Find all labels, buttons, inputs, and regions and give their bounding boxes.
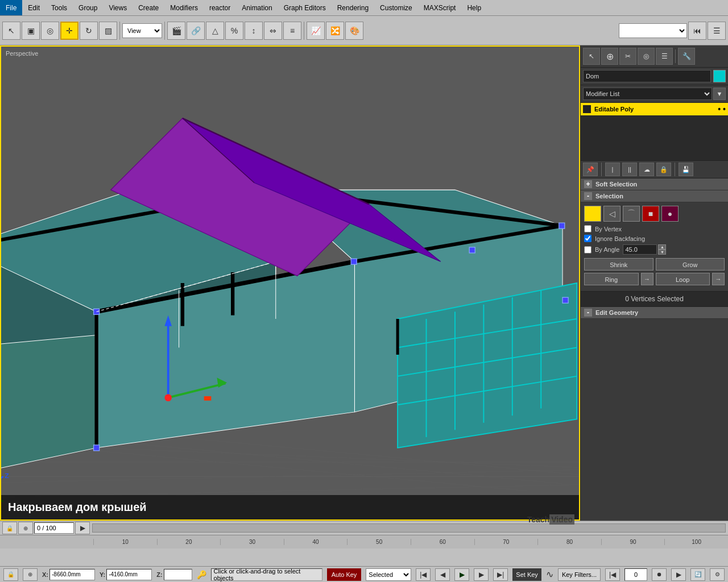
element-sel-btn[interactable]: ●: [661, 206, 679, 222]
timeline-track[interactable]: [92, 523, 726, 533]
percent-snap-btn[interactable]: %: [225, 22, 243, 40]
by-vertex-checkbox[interactable]: [584, 225, 592, 232]
shrink-btn[interactable]: Shrink: [584, 258, 653, 271]
timeline-position-input[interactable]: [34, 522, 74, 534]
selected-dropdown[interactable]: Selected: [366, 568, 411, 581]
circle-select-btn[interactable]: ◎: [41, 22, 59, 40]
edit-geometry-header[interactable]: - Edit Geometry: [581, 307, 728, 319]
save-scene-btn[interactable]: 💾: [679, 163, 693, 176]
viewport-label: Perspective: [6, 50, 38, 57]
playback-opts-btn[interactable]: ▶: [671, 568, 686, 581]
timeline-keymode-btn[interactable]: ⊕: [18, 522, 33, 534]
menu-animation[interactable]: Animation: [236, 0, 278, 15]
soft-selection-header[interactable]: + Soft Selection: [581, 178, 728, 190]
viewport-config-btn[interactable]: ⚙: [710, 568, 725, 581]
display-btn[interactable]: ◎: [638, 48, 655, 65]
auto-key-btn[interactable]: Auto Key: [327, 568, 362, 581]
menu-customize[interactable]: Customize: [374, 0, 418, 15]
editable-poly-row[interactable]: Editable Poly • •: [581, 103, 728, 115]
menu-maxscript[interactable]: MAXScript: [418, 0, 462, 15]
menu-file[interactable]: File: [0, 0, 22, 15]
angle-spin-up[interactable]: ▲: [658, 244, 666, 250]
play-btn[interactable]: ▶: [454, 568, 469, 581]
align-btn[interactable]: ≡: [283, 22, 301, 40]
menu-create[interactable]: Create: [133, 0, 164, 15]
mirror-btn[interactable]: ⇔: [264, 22, 282, 40]
menu-edit[interactable]: Edit: [22, 0, 46, 15]
ring-arrow-btn[interactable]: →: [641, 273, 653, 285]
by-angle-checkbox[interactable]: [584, 246, 592, 253]
menu-reactor[interactable]: reactor: [204, 0, 236, 15]
frame-next-btn[interactable]: ⏺: [652, 568, 667, 581]
set-key-btn[interactable]: Set Key: [512, 568, 541, 581]
schematic-btn[interactable]: 🔀: [326, 22, 344, 40]
coord-z-input[interactable]: [164, 569, 192, 580]
timeline-lock-btn[interactable]: 🔒: [2, 522, 17, 534]
status-lock-btn[interactable]: 🔒: [3, 568, 18, 581]
prev-frame-btn2[interactable]: ◀: [435, 568, 450, 581]
viewport-canvas[interactable]: z x Накрываем дом крышей: [1, 47, 579, 519]
prev-frame-btn[interactable]: ⏮: [688, 22, 706, 40]
scale-tool-btn[interactable]: ▨: [99, 22, 117, 40]
rotate-tool-btn[interactable]: ↻: [80, 22, 98, 40]
ignore-backfacing-checkbox[interactable]: [584, 235, 592, 242]
loop-arrow-btn[interactable]: →: [712, 273, 725, 285]
selection-header[interactable]: - Selection: [581, 190, 728, 202]
key-filters-btn[interactable]: Key Filters...: [558, 568, 601, 581]
coord-y-input[interactable]: [106, 569, 152, 580]
curve-editor-btn[interactable]: 📈: [307, 22, 325, 40]
named-sel-set[interactable]: [619, 23, 687, 38]
angle-snap-btn[interactable]: △: [206, 22, 224, 40]
menu-help[interactable]: Help: [461, 0, 487, 15]
coord-x-input[interactable]: [49, 569, 95, 580]
hierarchy-btn[interactable]: ⊕: [601, 48, 618, 65]
material-btn[interactable]: 🎨: [345, 22, 363, 40]
go-start-btn[interactable]: |◀: [416, 568, 431, 581]
poly-sel-btn[interactable]: ■: [642, 206, 659, 222]
snap-btn[interactable]: 🔗: [187, 22, 205, 40]
menu-tools[interactable]: Tools: [46, 0, 73, 15]
menu-views[interactable]: Views: [103, 0, 133, 15]
pin-stack-btn[interactable]: 📌: [583, 163, 598, 176]
show-result2-btn[interactable]: ||: [622, 163, 637, 176]
modify-btn[interactable]: 🔧: [678, 48, 695, 65]
lock-btn[interactable]: 🔒: [656, 163, 671, 176]
next-frame-btn[interactable]: ▶: [474, 568, 489, 581]
utility-btn[interactable]: ☰: [656, 48, 673, 65]
time-config-btn[interactable]: 🔄: [690, 568, 705, 581]
rect-select-btn[interactable]: ▣: [22, 22, 40, 40]
select-mode-btn[interactable]: ↖: [583, 48, 600, 65]
viewport[interactable]: Perspective: [0, 45, 580, 521]
spinner-snap-btn[interactable]: ↕: [245, 22, 263, 40]
active-shade-btn[interactable]: ☁: [639, 163, 654, 176]
frame-input[interactable]: [624, 568, 647, 581]
move-tool-btn[interactable]: ✛: [60, 22, 78, 40]
grow-btn[interactable]: Grow: [656, 258, 725, 271]
view-select[interactable]: View: [122, 23, 162, 38]
status-coord-btn[interactable]: ⊕: [23, 568, 38, 581]
editable-poly-options[interactable]: • •: [718, 105, 726, 114]
show-result-btn[interactable]: |: [605, 163, 620, 176]
menu-graph-editors[interactable]: Graph Editors: [278, 0, 332, 15]
object-name-input[interactable]: [583, 70, 711, 82]
angle-spin-down[interactable]: ▼: [658, 250, 666, 255]
menu-modifiers[interactable]: Modifiers: [164, 0, 204, 15]
modifier-list-arrow[interactable]: ▼: [713, 88, 726, 100]
vertex-sel-btn[interactable]: ·:·: [584, 206, 601, 222]
go-end-btn[interactable]: ▶|: [493, 568, 508, 581]
ring-btn[interactable]: Ring: [584, 273, 639, 285]
menu-rendering[interactable]: Rendering: [332, 0, 374, 15]
layer-mgr-btn[interactable]: ☰: [708, 22, 726, 40]
frame-prev-btn[interactable]: |◀: [605, 568, 620, 581]
menu-group[interactable]: Group: [73, 0, 103, 15]
timeline-forward-btn[interactable]: ▶: [75, 522, 90, 534]
motion-btn[interactable]: ✂: [619, 48, 636, 65]
loop-btn[interactable]: Loop: [656, 273, 710, 285]
object-color-swatch[interactable]: [713, 70, 726, 82]
edge-sel-btn[interactable]: ◁: [603, 206, 621, 222]
modifier-list-select[interactable]: Modifier List: [583, 88, 712, 100]
angle-value-input[interactable]: [623, 244, 657, 255]
border-sel-btn[interactable]: ⌒: [623, 206, 640, 222]
select-tool-btn[interactable]: ↖: [2, 22, 20, 40]
render-btn[interactable]: 🎬: [167, 22, 185, 40]
